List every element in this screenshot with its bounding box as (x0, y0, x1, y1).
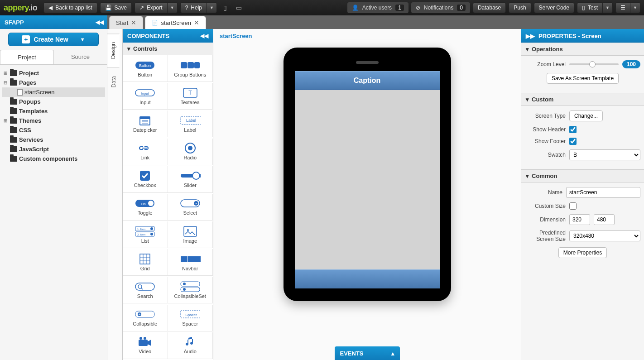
menu-button[interactable]: ☰ (615, 2, 630, 13)
events-bar[interactable]: EVENTS ▴ (335, 346, 400, 360)
folder-icon (10, 146, 17, 152)
menu-dropdown[interactable]: ▼ (630, 2, 640, 13)
tree-project[interactable]: ⊞Project (2, 68, 105, 78)
svg-text:+: + (139, 312, 141, 317)
component-collapsible[interactable]: +Collapsible (123, 305, 168, 331)
breadcrumb[interactable]: startScreen (213, 29, 521, 43)
subtab-project[interactable]: Project (0, 50, 54, 64)
file-icon (17, 89, 23, 96)
subtab-source[interactable]: Source (54, 50, 107, 64)
export-dropdown[interactable]: ▼ (168, 2, 178, 13)
svg-rect-34 (140, 254, 150, 264)
component-navbar[interactable]: Navbar (168, 249, 213, 276)
slider-icon (180, 170, 201, 181)
component-slider[interactable]: Slider (168, 166, 213, 193)
help-dropdown[interactable]: ▼ (207, 2, 217, 13)
component-textarea[interactable]: TTextarea (168, 83, 213, 110)
change-screen-type-button[interactable]: Change... (569, 110, 603, 121)
collapse-left-icon[interactable]: ◀◀ (96, 19, 104, 25)
swatch-select[interactable]: B (569, 149, 640, 160)
save-template-button[interactable]: Save As Screen Template (547, 73, 619, 84)
tree-pages[interactable]: ⊟Pages (2, 78, 105, 87)
expand-right-icon[interactable]: ▶▶ (526, 33, 535, 39)
dimension-width-input[interactable] (569, 214, 590, 225)
close-icon[interactable]: ✕ (194, 19, 199, 26)
tree-templates[interactable]: Templates (2, 106, 105, 116)
user-icon: 👤 (352, 5, 359, 11)
database-button[interactable]: Database (473, 2, 506, 13)
custom-size-checkbox[interactable] (569, 202, 577, 210)
properties-panel: ▶▶ PROPERTIES - Screen ▾Operations Zoom … (521, 29, 644, 360)
back-to-app-list-button[interactable]: ◀Back to app list (43, 2, 97, 13)
component-radio[interactable]: Radio (168, 139, 213, 165)
chevron-down-icon: ▾ (526, 46, 529, 53)
component-collapsibleset[interactable]: CollapsibleSet (168, 277, 213, 303)
vtab-design[interactable]: Design (107, 34, 120, 67)
save-button[interactable]: 💾Save (100, 2, 132, 13)
test-button[interactable]: ▯Test (577, 2, 603, 13)
notifications-pill[interactable]: ⊘Notifications0 (411, 2, 470, 13)
section-common[interactable]: ▾Common (521, 169, 644, 182)
tree-startscreen[interactable]: startScreen (2, 87, 105, 97)
component-search[interactable]: Search (123, 277, 168, 303)
component-link[interactable]: Link (123, 139, 168, 165)
tree-css[interactable]: CSS (2, 125, 105, 135)
screen-body[interactable] (295, 90, 440, 269)
screen-header[interactable]: Caption (295, 71, 440, 90)
folder-icon (10, 99, 17, 105)
component-button[interactable]: ButtonButton (123, 55, 168, 82)
screen-type-label: Screen Type (525, 113, 566, 119)
section-operations[interactable]: ▾Operations (521, 43, 644, 56)
component-grid[interactable]: Grid (123, 249, 168, 276)
help-button[interactable]: ?Help (180, 2, 207, 13)
tab-start[interactable]: Start✕ (109, 16, 143, 29)
component-toggle[interactable]: OnToggle (123, 194, 168, 221)
vtab-data[interactable]: Data (107, 67, 120, 96)
svg-text:Input: Input (141, 91, 149, 96)
export-button[interactable]: ↗Export (135, 2, 168, 13)
component-list[interactable]: 1. Item2. ItemList (123, 221, 168, 248)
collapse-palette-icon[interactable]: ◀◀ (200, 33, 208, 39)
more-properties-button[interactable]: More Properties (558, 247, 607, 258)
show-footer-checkbox[interactable] (569, 138, 577, 145)
select-icon (180, 198, 201, 209)
component-group-buttons[interactable]: Group Buttons (168, 55, 213, 82)
component-image[interactable]: Image (168, 221, 213, 248)
predefined-size-select[interactable]: 320x480 (569, 230, 640, 241)
component-audio[interactable]: Audio (168, 332, 213, 359)
test-dropdown[interactable]: ▼ (603, 2, 613, 13)
zoom-slider[interactable] (569, 63, 619, 65)
screen-canvas[interactable]: Caption (295, 71, 440, 288)
phone-portrait-icon[interactable]: ▯ (220, 2, 231, 13)
active-users-pill[interactable]: 👤Active users1 (347, 2, 409, 13)
svg-point-33 (187, 229, 189, 231)
tree-custom[interactable]: Custom components (2, 154, 105, 163)
component-label[interactable]: LabelLabel (168, 110, 213, 137)
component-input[interactable]: InputInput (123, 83, 168, 110)
tree-services[interactable]: Services (2, 135, 105, 144)
create-new-button[interactable]: + Create New ▼ (8, 33, 99, 46)
component-datepicker[interactable]: Datepicker (123, 110, 168, 137)
component-spacer[interactable]: SpacerSpacer (168, 305, 213, 331)
screen-footer[interactable] (295, 269, 440, 288)
close-icon[interactable]: ✕ (131, 19, 136, 26)
slider-thumb[interactable] (589, 61, 596, 67)
dimension-height-input[interactable] (594, 214, 615, 225)
server-code-button[interactable]: Server Code (534, 2, 574, 13)
phone-landscape-icon[interactable]: ▭ (233, 2, 244, 13)
controls-section-header[interactable]: ▾Controls (123, 43, 213, 55)
show-header-checkbox[interactable] (569, 126, 577, 133)
expand-icon[interactable]: ⊞ (3, 118, 8, 123)
component-select[interactable]: Select (168, 194, 213, 221)
tree-popups[interactable]: Popups (2, 97, 105, 106)
component-checkbox[interactable]: Checkbox (123, 166, 168, 193)
section-custom[interactable]: ▾Custom (521, 93, 644, 106)
name-input[interactable] (566, 187, 640, 198)
expand-icon[interactable]: ⊞ (3, 71, 8, 76)
component-video[interactable]: Video (123, 332, 168, 359)
tree-themes[interactable]: ⊞Themes (2, 116, 105, 125)
tree-javascript[interactable]: JavaScript (2, 144, 105, 154)
push-button[interactable]: Push (509, 2, 531, 13)
collapse-icon[interactable]: ⊟ (3, 80, 8, 85)
tab-startscreen[interactable]: 📄startScreen✕ (145, 16, 206, 29)
